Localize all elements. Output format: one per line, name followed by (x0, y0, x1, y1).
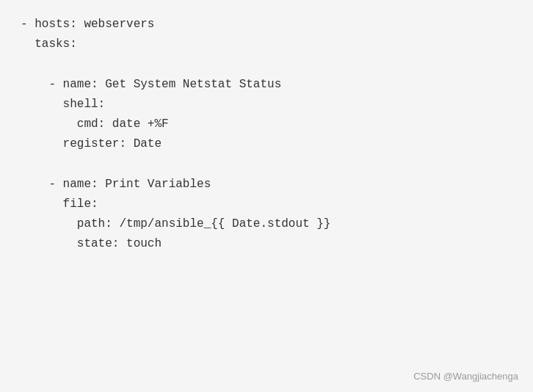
code-line: - name: Print Variables (21, 175, 512, 195)
code-line: - name: Get System Netstat Status (21, 75, 512, 95)
watermark: CSDN @Wangjiachenga (413, 371, 518, 382)
code-line (21, 154, 512, 174)
code-line: shell: (21, 95, 512, 115)
code-line: cmd: date +%F (21, 115, 512, 134)
code-line: state: touch (21, 234, 512, 254)
code-line (21, 54, 512, 74)
code-line: register: Date (21, 134, 512, 154)
code-line: file: (21, 195, 512, 214)
code-line: path: /tmp/ansible_{{ Date.stdout }} (21, 214, 512, 234)
code-line: - hosts: webservers (21, 15, 512, 35)
code-line: tasks: (21, 35, 512, 54)
code-block: - hosts: webservers tasks: - name: Get S… (0, 0, 533, 269)
